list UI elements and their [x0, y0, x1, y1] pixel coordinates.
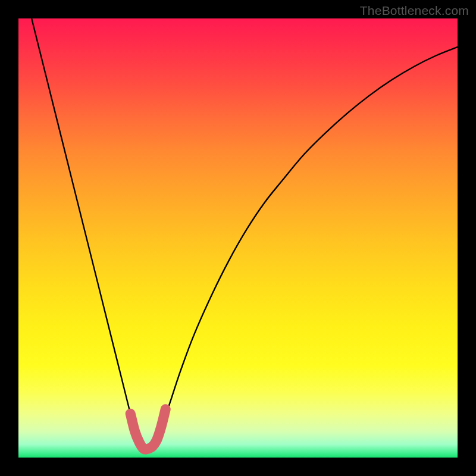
plot-area: [18, 18, 458, 458]
highlight-segment: [130, 409, 165, 449]
chart-frame: TheBottleneck.com: [0, 0, 476, 476]
watermark-text: TheBottleneck.com: [360, 4, 469, 18]
bottleneck-curve: [32, 18, 458, 449]
curve-layer: [18, 18, 458, 458]
